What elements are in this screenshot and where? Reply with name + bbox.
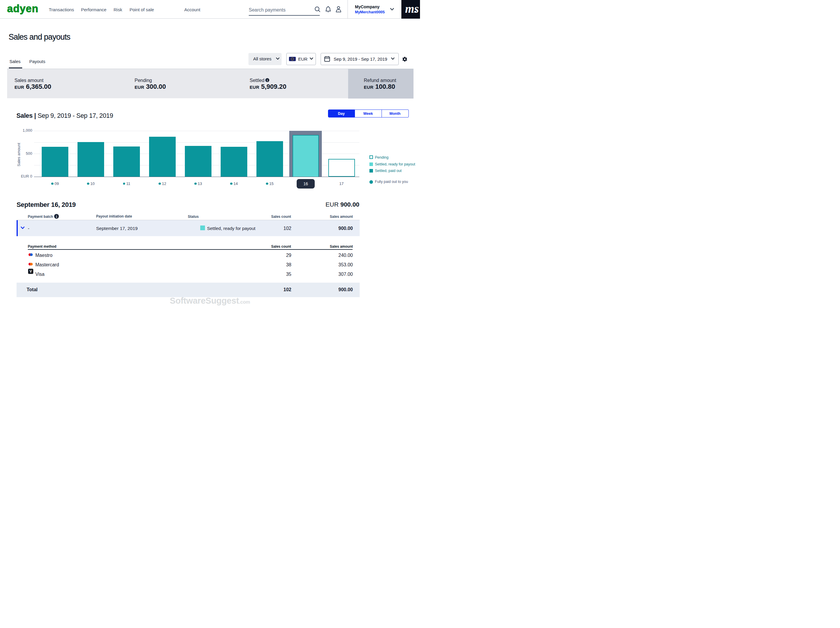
svg-text:ms: ms [405,2,419,16]
svg-text:i: i [56,215,57,218]
svg-text:i: i [267,78,268,82]
svg-text:V: V [30,269,32,274]
